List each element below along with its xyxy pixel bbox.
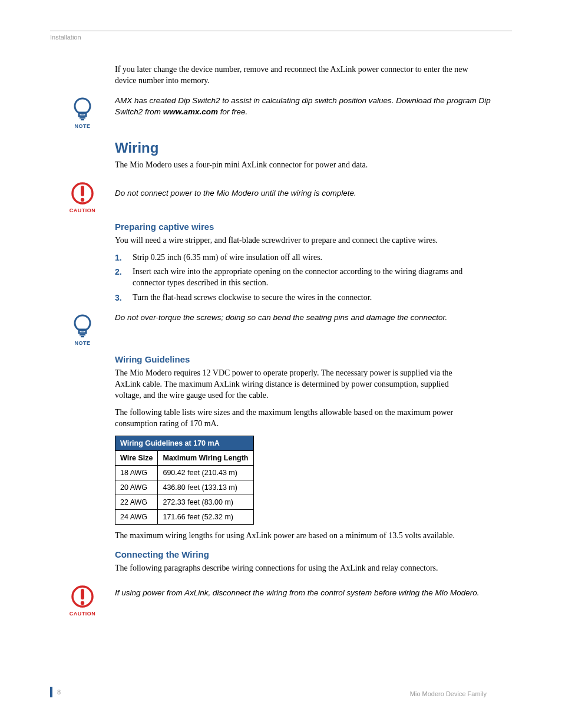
note1-text: AMX has created Dip Switch2 to assist in… [115,95,512,118]
steps-list: Strip 0.25 inch (6.35 mm) of wire insula… [115,252,474,304]
guidelines-heading: Wiring Guidelines [115,354,474,364]
col-head-length: Maximum Wiring Length [158,450,253,465]
table-row: 20 AWG 436.80 feet (133.13 m) [115,480,254,495]
guidelines-p1: The Mio Modero requires 12 VDC power to … [115,368,474,401]
footer-title: Mio Modero Device Family [410,690,487,697]
note-label: NOTE [74,340,90,346]
guidelines-p3: The maximum wiring lengths for using AxL… [115,531,474,542]
step-item: Strip 0.25 inch (6.35 mm) of wire insula… [115,252,474,263]
caution-icon: CAUTION [70,584,96,617]
step-item: Insert each wire into the appropriate op… [115,266,474,289]
wiring-intro: The Mio Modero uses a four-pin mini AxLi… [115,160,474,171]
guidelines-p2: The following table lists wire sizes and… [115,407,474,430]
svg-point-5 [81,197,84,201]
caution-label: CAUTION [70,207,96,213]
wiring-heading: Wiring [115,140,474,156]
note2-text: Do not over-torque the screws; doing so … [115,312,512,324]
table-row: 18 AWG 690.42 feet (210.43 m) [115,465,254,480]
note-label: NOTE [74,123,90,129]
caution-icon: CAUTION [70,180,96,213]
step-item: Turn the flat-head screws clockwise to s… [115,292,474,304]
note-icon: NOTE [71,96,94,129]
table-row: 24 AWG 171.66 feet (52.32 m) [115,509,254,524]
header-section: Installation [50,34,512,41]
svg-rect-10 [81,589,84,599]
intro-para: If you later change the device number, r… [115,64,474,87]
preparing-heading: Preparing captive wires [115,222,474,232]
wiring-table: Wiring Guidelines at 170 mA Wire Size Ma… [115,436,254,525]
caution-label: CAUTION [70,611,96,617]
caution1-text: Do not connect power to the Mio Modero u… [115,187,512,199]
svg-point-6 [75,315,90,331]
caution2-text: If using power from AxLink, disconnect t… [115,587,512,599]
connecting-p1: The following paragraphs describe wiring… [115,563,474,574]
note-icon: NOTE [71,313,94,346]
table-title: Wiring Guidelines at 170 mA [115,436,254,450]
page-number: 8 [50,687,61,697]
table-row: 22 AWG 272.33 feet (83.00 m) [115,495,254,509]
svg-point-11 [81,601,84,605]
svg-point-0 [75,98,90,114]
col-head-size: Wire Size [115,450,158,465]
connecting-heading: Connecting the Wiring [115,549,474,559]
preparing-intro: You will need a wire stripper, and flat-… [115,235,474,246]
svg-rect-4 [81,186,84,196]
